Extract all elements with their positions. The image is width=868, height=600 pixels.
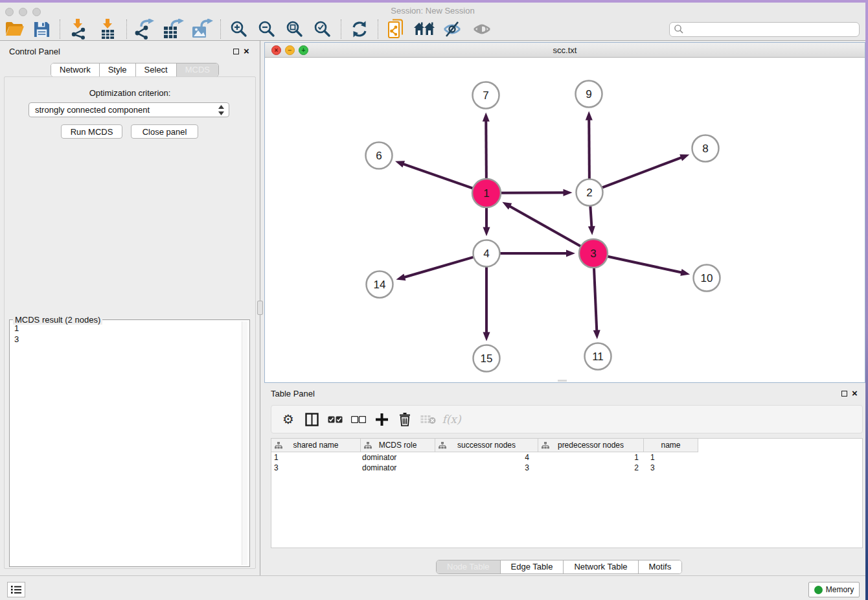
home-icon[interactable] (413, 18, 435, 40)
export-network-icon[interactable] (134, 18, 156, 40)
status-bar: Memory (0, 575, 865, 600)
zoom-in-icon[interactable] (228, 18, 250, 40)
cell-successor-nodes[interactable]: 4 (435, 452, 538, 463)
graph-node-11[interactable]: 11 (585, 343, 611, 370)
new-network-from-selection-icon[interactable] (385, 18, 407, 40)
tab-network[interactable]: Network (51, 63, 100, 76)
graph-node-8[interactable]: 8 (692, 135, 719, 162)
close-panel-icon[interactable]: × (244, 48, 249, 54)
network-canvas[interactable]: 7968124314101511 (265, 58, 865, 382)
table-header-row: shared nameMCDS rolesuccessor nodesprede… (271, 439, 862, 452)
table-row[interactable]: 3dominator323 (271, 463, 862, 473)
optimization-select[interactable]: strongly connected component (29, 102, 229, 117)
search-input[interactable] (684, 25, 855, 34)
import-table-icon[interactable] (97, 18, 119, 40)
column-header-predecessor-nodes[interactable]: predecessor nodes (538, 439, 644, 452)
cell-shared-name[interactable]: 3 (271, 463, 361, 473)
column-header-shared-name[interactable]: shared name (271, 439, 361, 452)
network-resize-handle[interactable] (558, 380, 567, 382)
memory-button[interactable]: Memory (808, 582, 860, 597)
cell-shared-name[interactable]: 1 (271, 452, 361, 463)
network-window-titlebar[interactable]: × − + scc.txt (265, 43, 865, 58)
hide-graphics-icon[interactable] (441, 18, 463, 40)
graph-edge-4-14[interactable] (403, 257, 475, 277)
graph-node-4[interactable]: 4 (474, 240, 500, 267)
column-header-MCDS-role[interactable]: MCDS role (361, 439, 435, 452)
graph-edge-1-6[interactable] (402, 163, 474, 189)
column-header-successor-nodes[interactable]: successor nodes (435, 439, 538, 452)
optimization-value: strongly connected component (35, 105, 150, 115)
cell-predecessor-nodes[interactable]: 1 (538, 452, 644, 463)
graph-edge-3-1[interactable] (508, 205, 582, 247)
add-column-icon[interactable] (370, 410, 393, 429)
close-table-panel-icon[interactable]: × (852, 390, 858, 397)
svg-text:1: 1 (483, 187, 489, 200)
function-builder-icon[interactable]: f(x) (440, 410, 463, 429)
graph-node-14[interactable]: 14 (367, 271, 393, 298)
graph-edge-1-2[interactable] (499, 192, 565, 193)
graph-node-1[interactable]: 1 (472, 179, 501, 207)
task-history-button[interactable] (7, 582, 25, 597)
zoom-out-icon[interactable] (256, 18, 278, 40)
tab-node-table[interactable]: Node Table (437, 560, 501, 573)
mcds-result-box[interactable]: MCDS result (2 nodes) 13 (9, 319, 250, 567)
tab-network-table[interactable]: Network Table (564, 560, 638, 573)
cell-predecessor-nodes[interactable]: 2 (538, 463, 644, 473)
cell-MCDS-role[interactable]: dominator (361, 463, 435, 473)
float-panel-icon[interactable] (233, 49, 239, 54)
tab-mcds[interactable]: MCDS (177, 63, 218, 76)
graph-node-6[interactable]: 6 (366, 143, 393, 169)
graph-edge-1-7[interactable] (486, 119, 486, 180)
cell-MCDS-role[interactable]: dominator (361, 452, 435, 463)
toolbar-separator (220, 19, 221, 39)
graph-edge-2-8[interactable] (600, 157, 683, 188)
result-scrollbar[interactable] (242, 321, 247, 565)
graph-node-7[interactable]: 7 (473, 82, 499, 109)
float-table-panel-icon[interactable] (841, 391, 847, 397)
export-table-icon[interactable] (163, 18, 185, 40)
graph-node-15[interactable]: 15 (474, 345, 500, 372)
svg-text:10: 10 (701, 272, 713, 284)
graph-edge-2-3[interactable] (590, 204, 591, 228)
run-mcds-button[interactable]: Run MCDS (61, 124, 122, 139)
cell-successor-nodes[interactable]: 3 (435, 463, 538, 473)
svg-text:2: 2 (586, 187, 592, 199)
application-window: Session: New Session (0, 0, 868, 600)
toolbar-separator (126, 19, 127, 39)
mcds-result-title: MCDS result (2 nodes) (13, 315, 102, 325)
deselect-all-icon[interactable] (347, 410, 370, 429)
zoom-fit-icon[interactable] (284, 18, 306, 40)
column-header-name[interactable]: name (644, 439, 698, 452)
combo-stepper-icon (218, 105, 224, 117)
graph-edge-3-11[interactable] (594, 266, 597, 332)
search-field[interactable] (669, 22, 860, 37)
tab-style[interactable]: Style (100, 63, 136, 76)
save-session-icon[interactable] (30, 18, 52, 40)
tab-select[interactable]: Select (136, 63, 177, 76)
graph-node-10[interactable]: 10 (694, 265, 720, 292)
columns-icon[interactable] (300, 410, 323, 429)
delete-icon[interactable] (393, 410, 417, 429)
table-row[interactable]: 1dominator411 (271, 452, 862, 463)
graph-edge-2-9[interactable] (589, 118, 589, 180)
cell-name[interactable]: 3 (644, 463, 698, 473)
graph-node-9[interactable]: 9 (576, 81, 602, 108)
graph-node-3[interactable]: 3 (579, 239, 608, 268)
graph-edge-3-10[interactable] (606, 256, 683, 273)
export-image-icon[interactable] (191, 18, 213, 40)
tab-motifs[interactable]: Motifs (639, 560, 682, 573)
memory-status-icon (814, 586, 823, 594)
select-all-icon[interactable] (323, 410, 347, 429)
refresh-layout-icon[interactable] (348, 18, 371, 40)
splitter-handle[interactable] (257, 301, 263, 315)
import-network-icon[interactable] (67, 18, 89, 40)
zoom-selected-icon[interactable] (312, 18, 334, 40)
open-session-icon[interactable] (3, 18, 25, 40)
tab-edge-table[interactable]: Edge Table (501, 560, 564, 573)
cell-name[interactable]: 1 (644, 452, 698, 463)
graph-node-2[interactable]: 2 (577, 179, 603, 206)
show-graphics-icon[interactable] (471, 18, 493, 40)
close-panel-button[interactable]: Close panel (131, 124, 198, 139)
gear-icon[interactable]: ⚙ (277, 410, 300, 429)
delete-table-icon[interactable] (417, 410, 440, 429)
